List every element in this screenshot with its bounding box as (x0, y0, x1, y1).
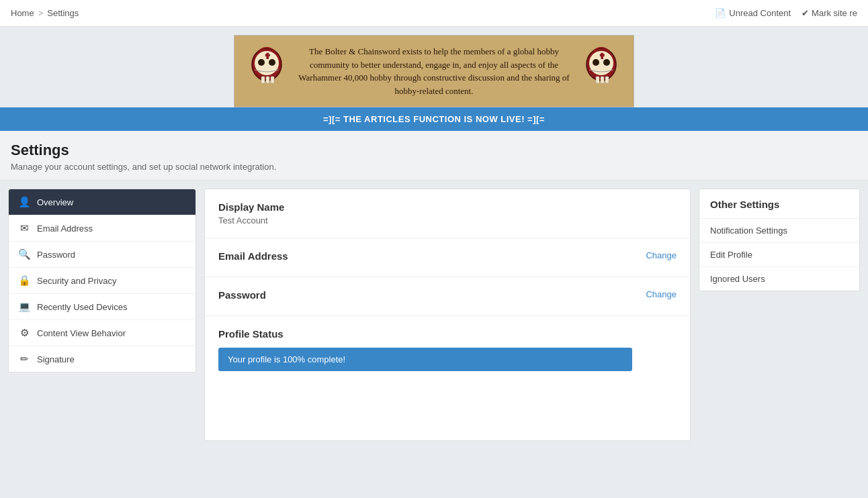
lock-icon: 🔒 (18, 275, 30, 287)
svg-rect-6 (271, 77, 274, 83)
banner-skull-left: ✟ (245, 44, 288, 98)
sidebar: 👤 Overview ✉ Email Address 🔍 Password 🔒 … (8, 189, 196, 372)
password-section: Password Change (205, 277, 690, 316)
sidebar-item-content-view[interactable]: ⚙ Content View Behavior (9, 320, 196, 346)
svg-rect-12 (596, 77, 599, 83)
profile-status-label: Profile Status (218, 328, 677, 340)
right-panel: Other Settings Notification Settings Edi… (699, 189, 860, 441)
password-icon: 🔍 (18, 248, 30, 260)
mark-site-button[interactable]: ✔ Mark site re (801, 8, 857, 18)
svg-text:✟: ✟ (264, 52, 271, 61)
sidebar-item-label-content-view: Content View Behavior (37, 328, 126, 338)
email-address-section: Email Address Change (205, 238, 690, 277)
breadcrumb: Home > Settings (11, 8, 79, 18)
password-label: Password (218, 289, 266, 301)
sidebar-item-label-email: Email Address (37, 223, 93, 234)
sidebar-item-label-overview: Overview (37, 197, 73, 207)
sidebar-item-email[interactable]: ✉ Email Address (9, 215, 196, 242)
banner-text: The Bolter & Chainsword exists to help t… (296, 45, 572, 97)
main-layout: 👤 Overview ✉ Email Address 🔍 Password 🔒 … (0, 181, 868, 449)
other-settings-item-edit-profile[interactable]: Edit Profile (699, 243, 859, 267)
breadcrumb-current: Settings (47, 8, 79, 18)
email-change-link[interactable]: Change (646, 250, 677, 260)
unread-icon: 📄 (715, 8, 726, 18)
sidebar-item-devices[interactable]: 💻 Recently Used Devices (9, 294, 196, 320)
display-name-value: Test Account (218, 215, 677, 226)
svg-rect-14 (605, 77, 609, 83)
user-icon: 👤 (18, 196, 30, 208)
profile-status-section: Profile Status Your profile is 100% comp… (205, 316, 690, 383)
pencil-icon: ✏ (18, 353, 30, 365)
device-icon: 💻 (18, 301, 30, 313)
checkmark-icon: ✔ (801, 8, 809, 18)
profile-status-bar: Your profile is 100% complete! (218, 348, 632, 371)
sidebar-item-label-signature: Signature (37, 354, 75, 364)
other-settings-item-ignored-users[interactable]: Ignored Users (699, 267, 859, 291)
unread-label: Unread Content (729, 8, 791, 18)
gear-icon: ⚙ (18, 327, 30, 339)
svg-text:✟: ✟ (599, 52, 605, 61)
announcement-text: =][= THE ARTICLES FUNCTION IS NOW LIVE! … (323, 114, 545, 124)
banner-wrapper: ✟ The Bolter & Chainsword exists to help… (0, 27, 868, 107)
svg-rect-13 (601, 77, 604, 83)
sidebar-item-label-password: Password (37, 250, 75, 260)
page-subtitle: Manage your account settings, and set up… (11, 162, 857, 172)
banner-skull-right: ✟ (580, 44, 623, 98)
sidebar-item-signature[interactable]: ✏ Signature (9, 346, 196, 372)
other-settings-item-notifications[interactable]: Notification Settings (699, 219, 859, 243)
content-area: Display Name Test Account Email Address … (204, 189, 691, 441)
unread-content-button[interactable]: 📄 Unread Content (715, 8, 791, 18)
mark-site-label: Mark site re (812, 8, 857, 18)
sidebar-item-label-security: Security and Privacy (37, 276, 117, 286)
other-settings-panel: Other Settings Notification Settings Edi… (699, 189, 860, 291)
email-icon: ✉ (18, 222, 30, 234)
display-name-label: Display Name (218, 201, 677, 213)
sidebar-item-label-devices: Recently Used Devices (37, 302, 127, 312)
page-header: Settings Manage your account settings, a… (0, 131, 868, 181)
password-change-link[interactable]: Change (646, 289, 677, 299)
top-right-actions: 📄 Unread Content ✔ Mark site re (715, 8, 857, 18)
email-address-label: Email Address (218, 250, 288, 262)
sidebar-item-password[interactable]: 🔍 Password (9, 242, 196, 268)
site-banner: ✟ The Bolter & Chainsword exists to help… (234, 35, 634, 107)
display-name-section: Display Name Test Account (205, 189, 690, 238)
sidebar-item-overview[interactable]: 👤 Overview (9, 189, 196, 215)
breadcrumb-separator: > (38, 8, 44, 18)
page-title: Settings (11, 142, 857, 159)
svg-rect-5 (266, 77, 269, 83)
other-settings-title: Other Settings (699, 189, 859, 219)
breadcrumb-home[interactable]: Home (11, 8, 34, 18)
svg-rect-4 (261, 77, 265, 83)
top-bar: Home > Settings 📄 Unread Content ✔ Mark … (0, 0, 868, 27)
announcement-bar: =][= THE ARTICLES FUNCTION IS NOW LIVE! … (0, 107, 868, 131)
sidebar-item-security[interactable]: 🔒 Security and Privacy (9, 268, 196, 294)
